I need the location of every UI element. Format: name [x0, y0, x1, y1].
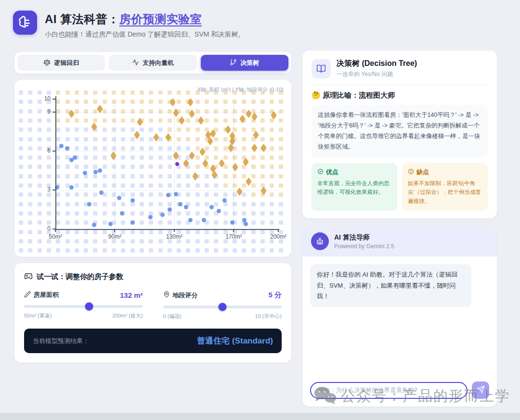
- decision-region-cell: [205, 183, 209, 188]
- decision-region-cell: [140, 109, 144, 114]
- decision-region-cell: [56, 192, 60, 197]
- decision-region-cell: [270, 174, 274, 178]
- decision-region-cell: [251, 239, 256, 243]
- decision-region-cell: [205, 146, 209, 151]
- decision-region-cell: [103, 127, 107, 132]
- decision-region-cell: [112, 90, 116, 95]
- page-title: AI 算法科普：房价预测实验室: [45, 12, 245, 27]
- decision-region-cell: [205, 109, 209, 114]
- brain-circuit-icon: [13, 11, 37, 35]
- decision-region-cell: [84, 192, 88, 197]
- decision-region-cell: [65, 192, 70, 197]
- decision-region-cell: [121, 127, 125, 132]
- book-open-icon: [312, 59, 331, 78]
- decision-region-cell: [28, 109, 32, 114]
- tab-svm[interactable]: 支持向量机: [109, 55, 196, 71]
- decision-region-cell: [149, 230, 153, 234]
- decision-region-cell: [84, 90, 88, 95]
- decision-region-cell: [242, 174, 246, 178]
- pros-title: 优点: [326, 168, 338, 177]
- map-pin-icon: [163, 291, 170, 299]
- decision-region-cell: [130, 127, 135, 132]
- decision-region-cell: [130, 248, 135, 253]
- decision-region-cell: [121, 183, 125, 188]
- decision-region-cell: [279, 155, 283, 160]
- scatter-point: [202, 218, 206, 222]
- scatter-point: [225, 125, 231, 134]
- decision-region-cell: [251, 230, 256, 234]
- decision-region-cell: [140, 230, 144, 234]
- decision-region-cell: [93, 211, 97, 216]
- decision-region-cell: [195, 239, 200, 243]
- location-slider-track[interactable]: [163, 305, 282, 308]
- send-button[interactable]: [472, 382, 489, 399]
- decision-region-cell: [84, 146, 88, 151]
- decision-region-cell: [223, 155, 228, 160]
- decision-region-cell: [75, 137, 79, 141]
- decision-region-cell: [233, 202, 237, 206]
- decision-region-cell: [121, 202, 125, 206]
- decision-region-cell: [28, 90, 32, 95]
- decision-region-cell: [149, 202, 153, 206]
- decision-region-cell: [168, 165, 172, 169]
- tab-decision-tree[interactable]: 决策树: [201, 55, 288, 71]
- scatter-point: [99, 191, 104, 195]
- decision-region-cell: [65, 137, 70, 141]
- decision-region-cell: [214, 239, 218, 243]
- x-tick: [114, 229, 115, 232]
- decision-region-cell: [84, 155, 88, 160]
- tab-logistic-regression[interactable]: 逻辑回归: [17, 55, 105, 71]
- decision-region-cell: [19, 183, 23, 188]
- page-title-accent: 房价预测实验室: [119, 13, 202, 25]
- decision-region-cell: [260, 109, 265, 114]
- decision-region-cell: [186, 146, 190, 151]
- chat-input[interactable]: [310, 382, 468, 399]
- decision-region-cell: [149, 183, 153, 188]
- decision-region-cell: [103, 90, 107, 95]
- decision-region-cell: [56, 127, 60, 132]
- alert-circle-icon: [408, 168, 414, 176]
- decision-region-cell: [195, 211, 200, 216]
- decision-region-cell: [65, 220, 70, 225]
- decision-region-cell: [19, 165, 23, 169]
- decision-region-cell: [158, 100, 163, 104]
- decision-region-cell: [195, 192, 200, 197]
- controls-title: 试一试：调整你的房子参数: [24, 272, 282, 282]
- decision-region-cell: [75, 211, 79, 216]
- decision-region-cell: [168, 90, 172, 95]
- decision-region-cell: [140, 220, 144, 225]
- decision-region-cell: [84, 211, 88, 216]
- decision-region-cell: [112, 248, 116, 253]
- decision-region-cell: [84, 183, 88, 188]
- decision-region-cell: [233, 248, 237, 253]
- decision-region-cell: [233, 155, 237, 160]
- decision-region-cell: [56, 118, 60, 123]
- decision-region-cell: [38, 202, 42, 206]
- decision-region-cell: [214, 146, 218, 151]
- decision-region-cell: [158, 109, 163, 114]
- decision-region-cell: [223, 174, 228, 178]
- decision-region-cell: [177, 174, 181, 178]
- decision-region-cell: [130, 109, 135, 114]
- decision-region-cell: [168, 202, 172, 206]
- decision-region-cell: [28, 230, 32, 234]
- decision-region-cell: [56, 90, 60, 95]
- decision-region-cell: [233, 192, 237, 197]
- decision-region-cell: [93, 183, 97, 188]
- decision-region-cell: [186, 192, 190, 197]
- decision-region-cell: [140, 192, 144, 197]
- page-header: AI 算法科普：房价预测实验室 小白也能懂！通过房产估值 Demo 了解逻辑回归…: [13, 11, 245, 39]
- decision-region-cell: [47, 174, 51, 178]
- area-slider-label: 房屋面积: [34, 291, 59, 299]
- decision-region-cell: [75, 174, 79, 178]
- decision-region-cell: [112, 211, 116, 216]
- location-slider-thumb[interactable]: [218, 303, 226, 311]
- decision-region-cell: [149, 100, 153, 104]
- decision-region-cell: [140, 248, 144, 253]
- decision-region-cell: [112, 192, 116, 197]
- x-tick-label: 130m²: [159, 233, 190, 240]
- area-slider-track[interactable]: [24, 305, 143, 308]
- decision-region-cell: [158, 146, 163, 151]
- area-slider-thumb[interactable]: [85, 303, 93, 311]
- decision-region-cell: [28, 127, 32, 132]
